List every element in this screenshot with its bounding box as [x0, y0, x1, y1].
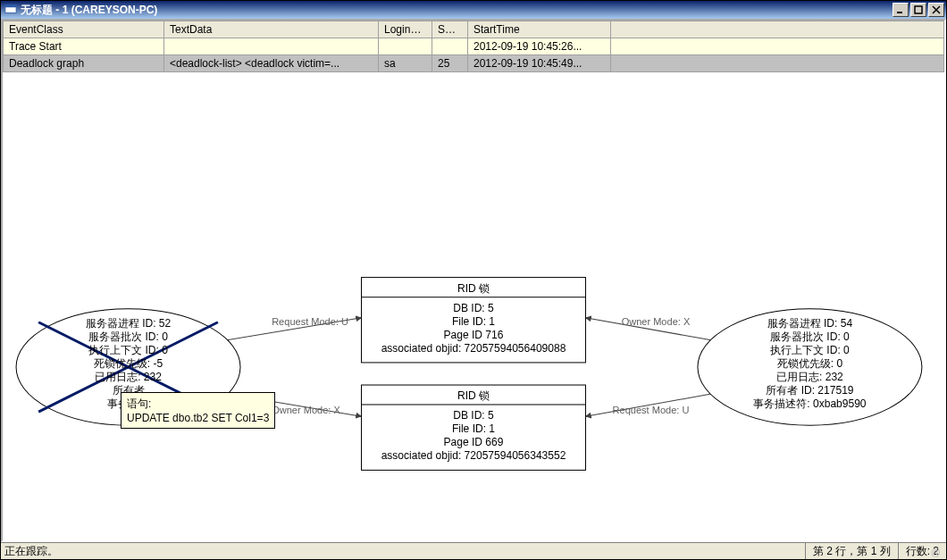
status-pos: 第 2 行，第 1 列 [805, 543, 898, 559]
svg-text:已用日志: 232: 已用日志: 232 [95, 371, 162, 383]
svg-text:服务器批次 ID: 0: 服务器批次 ID: 0 [88, 330, 168, 343]
deadlock-graph-svg: Request Mode: U Owner Mode: X Owner Mode… [3, 212, 944, 540]
svg-text:DB ID: 5: DB ID: 5 [453, 409, 494, 422]
cell-login [379, 38, 432, 55]
resource-node-bottom[interactable]: RID 锁 DB ID: 5 File ID: 1 Page ID 669 as… [362, 385, 586, 470]
svg-text:Owner Mode: X: Owner Mode: X [622, 316, 691, 327]
svg-text:执行上下文 ID: 0: 执行上下文 ID: 0 [88, 344, 168, 356]
svg-text:associated objid: 720575940563: associated objid: 72057594056343552 [381, 449, 566, 462]
edge-owner-top: Owner Mode: X [585, 316, 711, 340]
svg-rect-3 [915, 6, 922, 13]
cell-text [164, 38, 379, 55]
status-bar: 正在跟踪。 第 2 行，第 1 列 行数: 2 [1, 542, 946, 559]
col-loginname[interactable]: LoginName [379, 21, 432, 38]
tooltip-sql: UPDATE dbo.tb2 SET Col1=3 [127, 412, 269, 424]
process-node-right[interactable]: 服务器进程 ID: 54 服务器批次 ID: 0 执行上下文 ID: 0 死锁优… [698, 309, 922, 425]
svg-text:Owner Mode: X: Owner Mode: X [272, 405, 340, 415]
cell-filler [611, 55, 944, 72]
cell-event: Trace Start [4, 38, 164, 55]
svg-rect-1 [5, 4, 16, 7]
table-row[interactable]: Trace Start 2012-09-19 10:45:26... [4, 38, 944, 55]
edge-request-top: Request Mode: U [227, 316, 362, 340]
svg-text:Request Mode: U: Request Mode: U [272, 316, 348, 327]
col-eventclass[interactable]: EventClass [4, 21, 164, 38]
svg-text:File ID: 1: File ID: 1 [452, 422, 495, 435]
deadlock-graph-pane[interactable]: Request Mode: U Owner Mode: X Owner Mode… [3, 210, 944, 540]
resource-node-top[interactable]: RID 锁 DB ID: 5 File ID: 1 Page ID 716 as… [362, 278, 586, 363]
app-icon [4, 3, 17, 18]
sql-tooltip: 语句: UPDATE dbo.tb2 SET Col1=3 [121, 392, 275, 429]
cell-spid: 25 [432, 55, 468, 72]
col-textdata[interactable]: TextData [164, 21, 379, 38]
svg-text:Page ID 716: Page ID 716 [444, 329, 504, 341]
svg-text:死锁优先级: 0: 死锁优先级: 0 [777, 357, 843, 370]
status-left: 正在跟踪。 [1, 544, 805, 559]
window-title: 无标题 - 1 (CAREYSON-PC) [21, 3, 157, 18]
svg-text:已用日志: 232: 已用日志: 232 [776, 371, 843, 383]
table-row-selected[interactable]: Deadlock graph <deadlock-list> <deadlock… [4, 55, 944, 72]
col-filler [611, 21, 944, 38]
svg-text:所有者 ID: 217519: 所有者 ID: 217519 [766, 384, 854, 397]
col-spid[interactable]: SPID [432, 21, 468, 38]
table-header-row: EventClass TextData LoginName SPID Start… [4, 21, 944, 38]
minimize-button[interactable] [893, 3, 909, 17]
svg-text:DB ID: 5: DB ID: 5 [453, 302, 494, 314]
cell-login: sa [379, 55, 432, 72]
svg-text:File ID: 1: File ID: 1 [452, 315, 495, 328]
cell-text: <deadlock-list> <deadlock victim=... [164, 55, 379, 72]
svg-text:associated objid: 720575940564: associated objid: 72057594056409088 [381, 342, 566, 355]
watermark: @ [931, 547, 941, 557]
cell-start: 2012-09-19 10:45:49... [468, 55, 611, 72]
svg-text:RID 锁: RID 锁 [457, 389, 490, 402]
col-starttime[interactable]: StartTime [468, 21, 611, 38]
svg-text:服务器进程 ID: 54: 服务器进程 ID: 54 [767, 317, 853, 330]
profiler-window: 无标题 - 1 (CAREYSON-PC) EventClass TextDat… [0, 0, 947, 560]
trace-table: EventClass TextData LoginName SPID Start… [3, 21, 944, 72]
maximize-button[interactable] [910, 3, 926, 17]
svg-text:死锁优先级: -5: 死锁优先级: -5 [94, 357, 163, 370]
edge-request-bottom: Request Mode: U [585, 394, 711, 416]
svg-text:Request Mode: U: Request Mode: U [613, 405, 690, 415]
svg-text:服务器批次 ID: 0: 服务器批次 ID: 0 [770, 330, 850, 343]
titlebar[interactable]: 无标题 - 1 (CAREYSON-PC) [1, 1, 946, 19]
svg-text:执行上下文 ID: 0: 执行上下文 ID: 0 [770, 344, 850, 356]
cell-start: 2012-09-19 10:45:26... [468, 38, 611, 55]
svg-text:服务器进程 ID: 52: 服务器进程 ID: 52 [86, 317, 172, 330]
close-button[interactable] [928, 3, 944, 17]
svg-text:事务描述符: 0xbab9590: 事务描述符: 0xbab9590 [753, 397, 867, 410]
trace-grid[interactable]: EventClass TextData LoginName SPID Start… [3, 21, 944, 210]
window-buttons [891, 3, 944, 17]
tooltip-label: 语句: [127, 397, 151, 410]
cell-event: Deadlock graph [4, 55, 164, 72]
cell-filler [611, 38, 944, 55]
svg-text:Page ID 669: Page ID 669 [444, 436, 504, 448]
content-area: EventClass TextData LoginName SPID Start… [1, 19, 946, 542]
cell-spid [432, 38, 468, 55]
svg-rect-2 [897, 12, 902, 13]
svg-text:RID 锁: RID 锁 [457, 282, 490, 295]
